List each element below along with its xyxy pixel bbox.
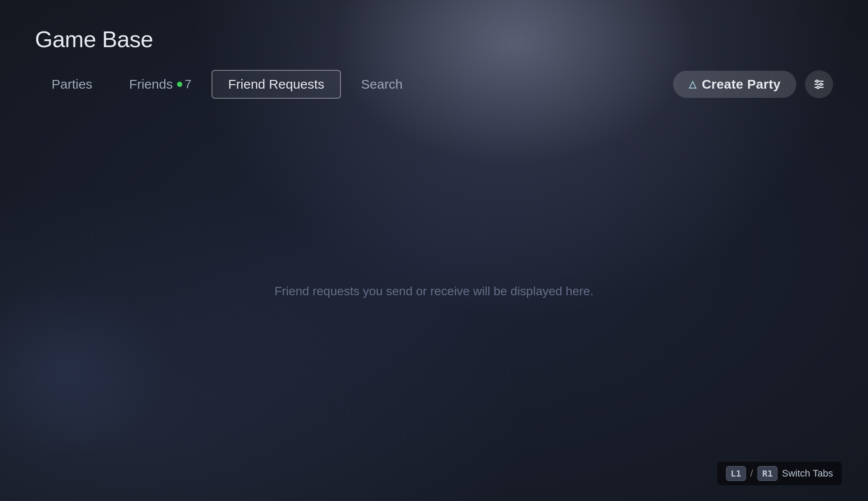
tab-parties[interactable]: Parties [35,70,109,99]
tab-friends-content: Friends 7 [129,77,191,92]
friends-online-dot [177,82,182,87]
filter-icon [813,78,825,90]
nav-bar: Parties Friends 7 Friend Requests Search [35,70,833,99]
triangle-icon: △ [689,79,696,90]
tab-friends-label: Friends [129,77,173,92]
tab-friends[interactable]: Friends 7 [112,70,208,99]
tabs-area: Parties Friends 7 Friend Requests Search [35,70,673,99]
tab-search[interactable]: Search [344,70,419,99]
page-content: Game Base Parties Friends 7 Friend Reque… [0,0,868,501]
main-content: Friend requests you send or receive will… [35,99,833,484]
create-party-button[interactable]: △ Create Party [673,71,796,98]
tab-parties-label: Parties [52,77,92,91]
tab-search-label: Search [361,77,403,91]
svg-point-5 [817,86,819,88]
tab-friend-requests[interactable]: Friend Requests [212,70,341,99]
actions-area: △ Create Party [673,70,833,98]
create-party-label: Create Party [702,77,781,92]
tab-friend-requests-label: Friend Requests [228,77,324,91]
page-title: Game Base [35,26,833,52]
svg-point-4 [820,83,822,85]
friends-badge: 7 [177,77,191,91]
friends-count: 7 [184,77,191,91]
filter-button[interactable] [805,70,833,98]
svg-point-3 [816,80,818,82]
empty-state-message: Friend requests you send or receive will… [274,284,594,298]
